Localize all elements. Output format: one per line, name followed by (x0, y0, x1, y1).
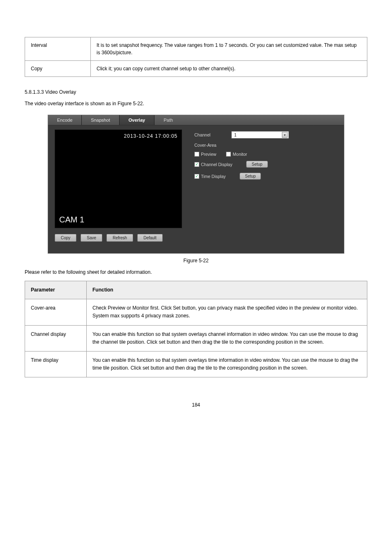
param-name: Time display (25, 351, 87, 377)
preview-cam-label: CAM 1 (59, 215, 84, 224)
checkbox-checked-icon: ✓ (194, 162, 199, 167)
channel-value: 1 (234, 133, 237, 137)
time-display-checkbox[interactable]: ✓ Time Display (194, 174, 226, 179)
controls-column: Channel 1 ▾ Cover-Area ✓ Preview ✓ (184, 125, 344, 246)
param-name: Interval (25, 37, 91, 61)
lead-text: Please refer to the following sheet for … (25, 269, 367, 275)
checkbox-icon: ✓ (194, 152, 199, 157)
video-preview[interactable]: 2013-10-24 17:00:05 CAM 1 (55, 130, 182, 228)
tabs-row: Encode Snapshot Overlay Path (48, 115, 344, 125)
tab-overlay[interactable]: Overlay (120, 115, 154, 125)
time-display-setup-button[interactable]: Setup (240, 173, 261, 180)
preview-monitor-row: ✓ Preview ✓ Monitor (194, 152, 336, 157)
default-button[interactable]: Default (137, 234, 163, 242)
table-row: Time display You can enable this functio… (25, 351, 367, 377)
param-name: Cover-area (25, 299, 87, 325)
snapshot-params-table: Interval It is to set snapshot frequency… (25, 37, 367, 77)
preview-label: Preview (201, 152, 216, 157)
tab-encode[interactable]: Encode (48, 115, 82, 125)
refresh-button[interactable]: Refresh (106, 234, 133, 242)
figure-container: Encode Snapshot Overlay Path 2013-10-24 … (25, 115, 367, 254)
section-intro: The video overlay interface is shown as … (25, 101, 367, 106)
preview-column: 2013-10-24 17:00:05 CAM 1 Copy Save Refr… (48, 125, 184, 246)
cover-area-label: Cover-Area (194, 143, 217, 148)
channel-display-label: Channel Display (201, 162, 232, 167)
frame-body: 2013-10-24 17:00:05 CAM 1 Copy Save Refr… (48, 125, 344, 253)
cover-area-row: Cover-Area (194, 143, 336, 148)
table-row: Interval It is to set snapshot frequency… (25, 37, 367, 61)
channel-display-setup-button[interactable]: Setup (246, 161, 267, 168)
monitor-label: Monitor (233, 152, 247, 157)
param-func: Check Preview or Monitor first. Click Se… (87, 299, 367, 325)
param-desc: Click it; you can copy current channel s… (91, 61, 367, 77)
checkbox-checked-icon: ✓ (194, 174, 199, 179)
save-button[interactable]: Save (81, 234, 102, 242)
checkbox-icon: ✓ (226, 152, 231, 157)
monitor-checkbox[interactable]: ✓ Monitor (226, 152, 247, 157)
header-function: Function (87, 281, 367, 299)
param-func: You can enable this function so that sys… (87, 325, 367, 351)
table-header-row: Parameter Function (25, 281, 367, 299)
app-frame: Encode Snapshot Overlay Path 2013-10-24 … (48, 115, 344, 254)
time-display-row: ✓ Time Display Setup (194, 173, 336, 180)
channel-display-checkbox[interactable]: ✓ Channel Display (194, 162, 232, 167)
param-name: Copy (25, 61, 91, 77)
table-row: Cover-area Check Preview or Monitor firs… (25, 299, 367, 325)
header-parameter: Parameter (25, 281, 87, 299)
overlay-params-table: Parameter Function Cover-area Check Prev… (25, 281, 367, 377)
param-name: Channel display (25, 325, 87, 351)
time-display-label: Time Display (201, 174, 226, 179)
channel-display-row: ✓ Channel Display Setup (194, 161, 336, 168)
preview-buttons: Copy Save Refresh Default (55, 234, 184, 242)
table-row: Copy Click it; you can copy current chan… (25, 61, 367, 77)
figure-caption: Figure 5-22 (25, 258, 367, 264)
channel-row: Channel 1 ▾ (194, 131, 336, 139)
channel-label: Channel (194, 132, 226, 137)
chevron-down-icon: ▾ (282, 132, 288, 138)
table-row: Channel display You can enable this func… (25, 325, 367, 351)
copy-button[interactable]: Copy (55, 234, 76, 242)
preview-timestamp: 2013-10-24 17:00:05 (124, 133, 178, 139)
param-desc: It is to set snapshot frequency. The val… (91, 37, 367, 61)
param-func: You can enable this function so that sys… (87, 351, 367, 377)
channel-select[interactable]: 1 ▾ (231, 131, 289, 139)
page-number: 184 (25, 402, 367, 408)
section-heading: 5.8.1.3.3 Video Overlay (25, 89, 367, 95)
preview-checkbox[interactable]: ✓ Preview (194, 152, 216, 157)
tab-snapshot[interactable]: Snapshot (82, 115, 119, 125)
tab-path[interactable]: Path (154, 115, 344, 125)
